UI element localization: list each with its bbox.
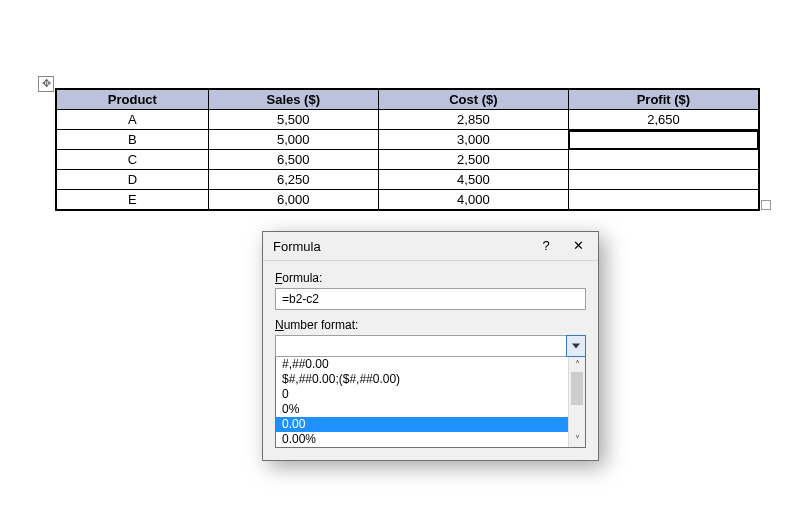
product-table: Product Sales ($) Cost ($) Profit ($) A5… xyxy=(55,88,760,211)
number-format-option[interactable]: $#,##0.00;($#,##0.00) xyxy=(276,372,569,387)
formula-input[interactable] xyxy=(275,288,586,310)
col-header-sales[interactable]: Sales ($) xyxy=(208,89,378,110)
cell-profit[interactable] xyxy=(568,150,759,170)
cell-sales[interactable]: 6,500 xyxy=(208,150,378,170)
cell-profit[interactable]: 2,650 xyxy=(568,110,759,130)
number-format-option-list: #,##0.00$#,##0.00;($#,##0.00)00%0.000.00… xyxy=(276,357,569,447)
scroll-down-arrow-icon[interactable]: ˅ xyxy=(569,432,585,447)
cell-cost[interactable]: 4,000 xyxy=(378,190,568,211)
cell-product[interactable]: A xyxy=(56,110,208,130)
cell-product[interactable]: C xyxy=(56,150,208,170)
cell-cost[interactable]: 4,500 xyxy=(378,170,568,190)
number-format-dropdown-button[interactable] xyxy=(566,335,586,357)
dialog-close-button[interactable]: ✕ xyxy=(562,235,594,257)
cell-profit[interactable] xyxy=(568,190,759,211)
table-header-row: Product Sales ($) Cost ($) Profit ($) xyxy=(56,89,759,110)
cell-cost[interactable]: 3,000 xyxy=(378,130,568,150)
table-move-handle[interactable] xyxy=(38,76,54,92)
dialog-help-button[interactable]: ? xyxy=(530,235,562,257)
formula-label: Formula: xyxy=(275,271,586,285)
table-resize-handle[interactable] xyxy=(761,200,771,210)
chevron-down-icon xyxy=(572,343,580,349)
number-format-option[interactable]: 0.00 xyxy=(276,417,569,432)
scroll-up-arrow-icon[interactable]: ˄ xyxy=(569,357,585,372)
dialog-titlebar[interactable]: Formula ? ✕ xyxy=(263,232,598,261)
cell-product[interactable]: D xyxy=(56,170,208,190)
cell-profit[interactable] xyxy=(568,130,759,150)
table-row: E6,0004,000 xyxy=(56,190,759,211)
number-format-option[interactable]: 0.00% xyxy=(276,432,569,447)
cell-cost[interactable]: 2,500 xyxy=(378,150,568,170)
cell-product[interactable]: B xyxy=(56,130,208,150)
cell-sales[interactable]: 5,500 xyxy=(208,110,378,130)
number-format-option[interactable]: 0% xyxy=(276,402,569,417)
number-format-option[interactable]: 0 xyxy=(276,387,569,402)
col-header-cost[interactable]: Cost ($) xyxy=(378,89,568,110)
cell-cost[interactable]: 2,850 xyxy=(378,110,568,130)
table-row: A5,5002,8502,650 xyxy=(56,110,759,130)
table-row: D6,2504,500 xyxy=(56,170,759,190)
cell-product[interactable]: E xyxy=(56,190,208,211)
cell-profit[interactable] xyxy=(568,170,759,190)
col-header-profit[interactable]: Profit ($) xyxy=(568,89,759,110)
dropdown-scrollbar[interactable]: ˄ ˅ xyxy=(568,357,585,447)
col-header-product[interactable]: Product xyxy=(56,89,208,110)
formula-dialog: Formula ? ✕ Formula: Number format: #,##… xyxy=(262,231,599,461)
cell-sales[interactable]: 6,000 xyxy=(208,190,378,211)
number-format-input[interactable] xyxy=(275,335,586,357)
table-row: C6,5002,500 xyxy=(56,150,759,170)
cell-sales[interactable]: 5,000 xyxy=(208,130,378,150)
cell-sales[interactable]: 6,250 xyxy=(208,170,378,190)
table-row: B5,0003,000 xyxy=(56,130,759,150)
dialog-title: Formula xyxy=(273,239,530,254)
number-format-option[interactable]: #,##0.00 xyxy=(276,357,569,372)
scroll-thumb[interactable] xyxy=(571,372,583,405)
number-format-label: Number format: xyxy=(275,318,586,332)
number-format-dropdown: #,##0.00$#,##0.00;($#,##0.00)00%0.000.00… xyxy=(275,357,586,448)
